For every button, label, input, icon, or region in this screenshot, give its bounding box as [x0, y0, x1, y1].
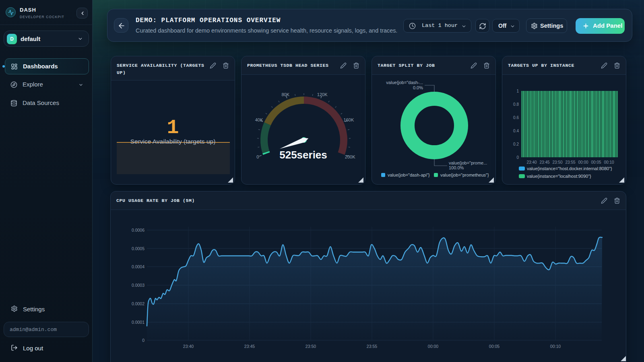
svg-text:value{job="dash-...: value{job="dash-... — [386, 80, 423, 85]
svg-text:value{instance="localhost:9090: value{instance="localhost:9090"} — [527, 174, 591, 179]
svg-text:0.0004: 0.0004 — [132, 264, 144, 269]
svg-text:0.0003: 0.0003 — [132, 283, 144, 288]
svg-text:0.6: 0.6 — [513, 115, 519, 120]
svg-text:1: 1 — [516, 89, 519, 93]
svg-text:00:00: 00:00 — [428, 344, 438, 349]
svg-text:0.0002: 0.0002 — [132, 301, 144, 306]
svg-text:0.0005: 0.0005 — [132, 246, 144, 251]
svg-text:100.0%: 100.0% — [449, 165, 464, 170]
svg-text:00:10: 00:10 — [604, 160, 614, 165]
svg-text:0.2: 0.2 — [513, 142, 519, 146]
svg-text:0: 0 — [142, 338, 144, 343]
svg-text:160K: 160K — [344, 117, 354, 122]
svg-text:0.0001: 0.0001 — [132, 320, 144, 325]
svg-text:23:55: 23:55 — [565, 160, 575, 165]
svg-text:0.8: 0.8 — [513, 102, 519, 107]
svg-text:0: 0 — [516, 155, 519, 160]
svg-text:00:05: 00:05 — [591, 160, 601, 165]
svg-text:23:40: 23:40 — [183, 344, 194, 349]
svg-text:value{job="prome...: value{job="prome... — [449, 160, 487, 165]
svg-text:80K: 80K — [282, 92, 290, 97]
svg-text:value{job="prometheus"}: value{job="prometheus"} — [440, 173, 489, 177]
svg-text:120K: 120K — [317, 92, 328, 97]
svg-text:00:10: 00:10 — [550, 344, 561, 349]
svg-text:23:45: 23:45 — [244, 344, 255, 349]
svg-text:00:00: 00:00 — [578, 160, 588, 165]
svg-text:value{job="dash-api"}: value{job="dash-api"} — [388, 173, 430, 177]
svg-text:40K: 40K — [255, 117, 263, 122]
svg-text:00:05: 00:05 — [489, 344, 500, 349]
svg-text:23:55: 23:55 — [367, 344, 377, 349]
svg-text:0.0006: 0.0006 — [132, 228, 144, 232]
svg-text:23:50: 23:50 — [552, 160, 562, 165]
svg-text:23:50: 23:50 — [305, 344, 316, 349]
svg-text:0.4: 0.4 — [513, 129, 519, 133]
svg-text:0.0%: 0.0% — [413, 85, 423, 90]
svg-text:23:45: 23:45 — [539, 160, 549, 165]
svg-text:23:40: 23:40 — [526, 160, 537, 165]
svg-text:value{instance="host.docker.in: value{instance="host.docker.internal:808… — [527, 166, 612, 171]
